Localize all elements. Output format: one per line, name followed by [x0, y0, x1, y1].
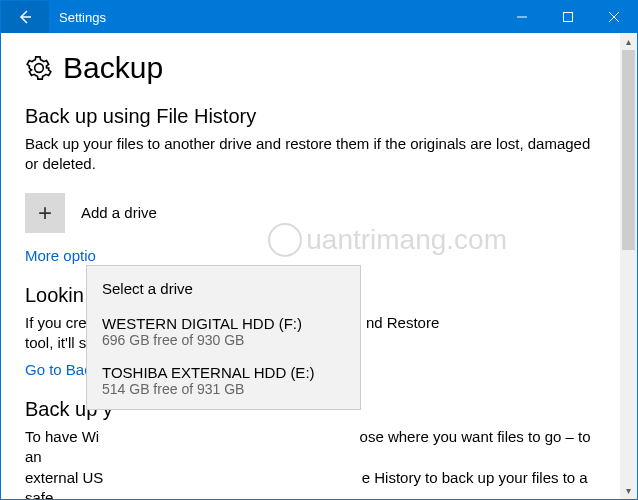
- window-controls: [499, 1, 637, 33]
- back-button[interactable]: [1, 1, 49, 33]
- scroll-up-button[interactable]: ▴: [620, 33, 637, 50]
- content-wrapper: Backup Back up using File History Back u…: [1, 33, 637, 499]
- close-button[interactable]: [591, 1, 637, 33]
- drive-option[interactable]: TOSHIBA EXTERNAL HDD (E:) 514 GB free of…: [87, 356, 360, 405]
- gear-icon: [25, 54, 53, 82]
- minimize-icon: [517, 12, 527, 22]
- section-desc-file-history: Back up your files to another drive and …: [25, 134, 596, 175]
- text-fragment: e History to back up your files to a saf…: [25, 469, 588, 500]
- flyout-header: Select a drive: [87, 274, 360, 307]
- add-drive-row[interactable]: + Add a drive: [25, 193, 596, 233]
- more-options-link[interactable]: More optio: [25, 247, 596, 264]
- close-icon: [609, 12, 619, 22]
- text-fragment: external US: [25, 469, 103, 486]
- section-desc-backup-different: To have Wi ose where you want files to g…: [25, 427, 596, 499]
- drive-name: TOSHIBA EXTERNAL HDD (E:): [102, 364, 345, 381]
- section-title-file-history: Back up using File History: [25, 105, 596, 128]
- text-fragment: nd Restore: [366, 314, 439, 331]
- titlebar: Settings: [1, 1, 637, 33]
- text-fragment: ose where you want files to go – to an: [25, 428, 591, 465]
- text-fragment: Lookin: [25, 284, 84, 306]
- svg-rect-0: [564, 13, 573, 22]
- window-title: Settings: [49, 1, 499, 33]
- plus-icon: +: [25, 193, 65, 233]
- page-title: Backup: [63, 51, 163, 85]
- drive-option[interactable]: WESTERN DIGITAL HDD (F:) 696 GB free of …: [87, 307, 360, 356]
- drive-select-flyout: Select a drive WESTERN DIGITAL HDD (F:) …: [86, 265, 361, 410]
- scroll-track[interactable]: [620, 50, 637, 482]
- maximize-button[interactable]: [545, 1, 591, 33]
- minimize-button[interactable]: [499, 1, 545, 33]
- maximize-icon: [563, 12, 573, 22]
- drive-subtext: 514 GB free of 931 GB: [102, 381, 345, 397]
- drive-name: WESTERN DIGITAL HDD (F:): [102, 315, 345, 332]
- vertical-scrollbar[interactable]: ▴ ▾: [620, 33, 637, 499]
- add-drive-label: Add a drive: [81, 204, 157, 221]
- scroll-thumb[interactable]: [622, 50, 635, 250]
- page-header: Backup: [25, 51, 596, 85]
- arrow-left-icon: [17, 9, 33, 25]
- text-fragment: To have Wi: [25, 428, 99, 445]
- scroll-down-button[interactable]: ▾: [620, 482, 637, 499]
- drive-subtext: 696 GB free of 930 GB: [102, 332, 345, 348]
